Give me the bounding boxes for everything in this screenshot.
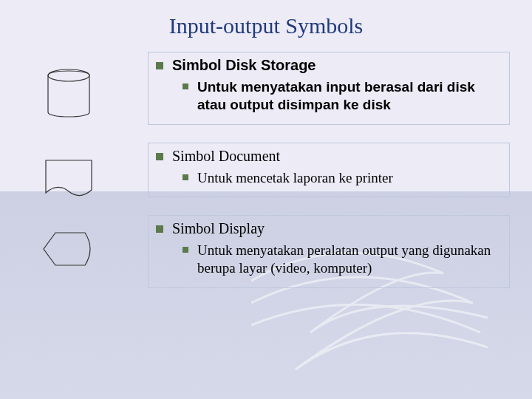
bullet-icon [183, 83, 188, 89]
slide-title: Input-output Symbols [0, 0, 532, 38]
bullet-icon [183, 247, 188, 253]
item-description: Untuk mencetak laporan ke printer [197, 169, 502, 187]
document-symbol [35, 156, 102, 202]
item-text-block: Simbol Document Untuk mencetak laporan k… [148, 143, 510, 198]
bullet-icon [156, 225, 163, 233]
disk-storage-symbol [35, 65, 102, 123]
item-description: Untuk menyatakan input berasal dari disk… [197, 78, 502, 114]
content-area: Simbol Disk Storage Untuk menyatakan inp… [0, 52, 532, 306]
item-text-block: Simbol Disk Storage Untuk menyatakan inp… [148, 52, 510, 125]
item-disk-storage: Simbol Disk Storage Untuk menyatakan inp… [0, 52, 532, 125]
display-symbol [35, 228, 102, 270]
bullet-icon [156, 153, 163, 160]
item-heading: Simbol Document [172, 148, 280, 165]
item-display: Simbol Display Untuk menyatakan peralata… [0, 215, 532, 288]
item-text-block: Simbol Display Untuk menyatakan peralata… [148, 215, 510, 288]
bullet-icon [156, 62, 163, 69]
item-description: Untuk menyatakan peralatan output yang d… [197, 242, 502, 277]
item-heading: Simbol Disk Storage [172, 57, 316, 74]
item-heading: Simbol Display [172, 220, 265, 237]
bullet-icon [183, 174, 188, 180]
item-document: Simbol Document Untuk mencetak laporan k… [0, 143, 532, 198]
